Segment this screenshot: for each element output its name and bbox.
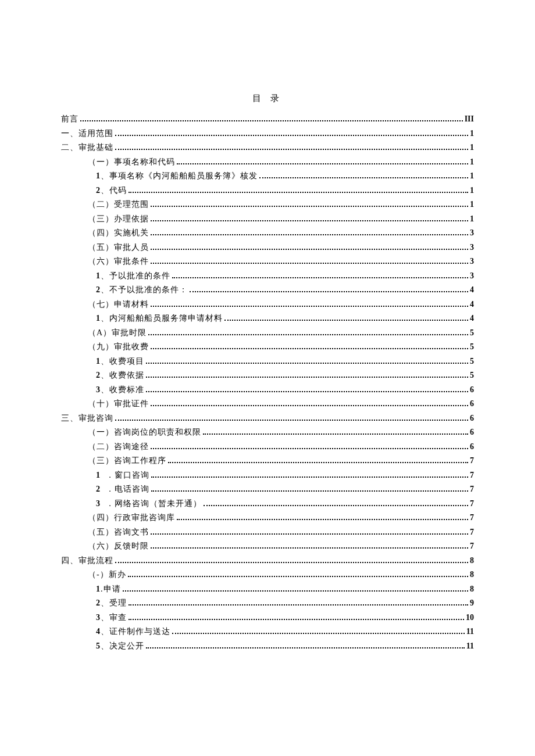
toc-entry: （六）审批条件3 [61, 255, 474, 269]
toc-leader-dots [151, 230, 468, 235]
toc-entry-label: 2、不予以批准的条件： [96, 283, 188, 298]
toc-entry-separator: 、 [101, 371, 109, 379]
toc-entry-separator: ． [106, 499, 115, 508]
toc-leader-dots [151, 443, 468, 449]
toc-entry-label: 四、审批流程 [61, 554, 113, 568]
toc-entry-label: （四）行政审批咨询库 [88, 511, 175, 525]
toc-entry: （二）受理范围1 [61, 198, 474, 212]
toc-entry: 1、事项名称《内河船舶船员服务簿》核发1 [61, 169, 474, 184]
toc-entry: 2、不予以批准的条件：4 [61, 283, 474, 298]
toc-leader-dots [151, 215, 468, 221]
toc-entry-text: 内河船舶船员服务簿申请材料 [109, 314, 223, 323]
toc-entry: （-）新办8 [61, 568, 474, 582]
document-page: 目 录 前言III一、适用范围1二、审批基础1（一）事项名称和代码11、事项名称… [0, 0, 535, 756]
toc-entry: （二）咨询途径6 [61, 440, 474, 454]
toc-entry-separator: 、 [101, 285, 109, 294]
toc-entry-page: 4 [470, 283, 474, 298]
toc-leader-dots [129, 614, 464, 619]
toc-leader-dots [128, 571, 468, 577]
toc-entry-page: 7 [470, 511, 474, 525]
toc-entry-label: 一、适用范围 [61, 127, 113, 141]
toc-entry-label: 2 ．电话咨询 [96, 482, 149, 497]
toc-leader-dots [123, 585, 469, 591]
toc-entry-page: 1 [470, 155, 474, 170]
toc-entry-page: 6 [470, 411, 474, 426]
toc-entry-separator: ． [106, 471, 115, 479]
toc-entry-label: （二）咨询途径 [88, 440, 149, 454]
toc-entry-label: （五）咨询文书 [88, 525, 149, 540]
toc-entry-label: 2、受理 [96, 596, 127, 611]
toc-entry-label: 2、收费依据 [96, 368, 144, 383]
toc-entry-label: 3、审查 [96, 611, 127, 625]
toc-entry-separator: ． [106, 485, 115, 493]
toc-entry-text: 申请 [104, 585, 121, 593]
toc-entry-number: 3 [96, 613, 101, 622]
toc-entry-page: 8 [470, 554, 474, 568]
toc-entry: 3、审查10 [61, 611, 474, 625]
toc-entry: （五）审批人员3 [61, 241, 474, 255]
toc-entry: 3 ．网络咨询（暂未开通）7 [61, 497, 474, 511]
toc-entry-page: 8 [470, 582, 474, 597]
toc-leader-dots [151, 201, 468, 207]
toc-entry-number: 2 [96, 285, 101, 294]
toc-leader-dots [172, 628, 465, 634]
toc-entry: 1、收费项目5 [61, 354, 474, 369]
toc-entry-number: 3 [96, 499, 101, 508]
toc-entry-page: 5 [470, 368, 474, 383]
toc-leader-dots [151, 343, 468, 349]
toc-leader-dots [146, 357, 468, 363]
toc-entry: 2、代码1 [61, 184, 474, 198]
toc-entry-page: 7 [470, 468, 474, 483]
toc-entry-page: 7 [470, 525, 474, 540]
toc-entry-page: 1 [470, 127, 474, 141]
toc-leader-dots [259, 173, 468, 178]
toc-leader-dots [146, 642, 465, 648]
toc-entry-label: （六）反馈时限 [88, 539, 149, 554]
toc-leader-dots [151, 400, 468, 406]
toc-leader-dots [80, 116, 463, 121]
toc-entry: 一、适用范围1 [61, 127, 474, 141]
toc-leader-dots [151, 300, 468, 306]
toc-leader-dots [151, 528, 468, 534]
toc-entry-label: 4、证件制作与送达 [96, 625, 170, 639]
toc-entry-label: 3 ．网络咨询（暂未开通） [96, 497, 202, 511]
toc-entry: （三）办理依据1 [61, 212, 474, 227]
toc-leader-dots [172, 272, 468, 278]
toc-entry: （四）实施机关3 [61, 226, 474, 241]
toc-entry-number: 2 [96, 186, 101, 195]
toc-entry-page: 3 [470, 269, 474, 284]
toc-entry-page: III [465, 112, 474, 127]
toc-entry-separator: 、 [101, 314, 109, 323]
toc-entry-text: 代码 [109, 186, 127, 195]
toc-entry-number: 2 [96, 485, 101, 493]
toc-entry: 1、内河船舶船员服务簿申请材料4 [61, 311, 474, 326]
toc-entry-text: 不予以批准的条件： [109, 285, 188, 294]
toc-entry-page: 6 [470, 383, 474, 397]
toc-entry-label: 1、事项名称《内河船舶船员服务簿》核发 [96, 169, 258, 184]
toc-entry-number: 2 [96, 371, 101, 379]
toc-entry-separator: 、 [101, 385, 109, 394]
toc-entry-number: 3 [96, 385, 101, 394]
toc-entry-page: 7 [470, 482, 474, 497]
toc-entry-label: （六）审批条件 [88, 255, 149, 269]
toc-entry-text: 证件制作与送达 [109, 627, 170, 636]
toc-leader-dots [148, 329, 468, 335]
toc-entry-number: 4 [96, 627, 101, 636]
toc-entry-label: （三）办理依据 [88, 212, 149, 227]
toc-list: 前言III一、适用范围1二、审批基础1（一）事项名称和代码11、事项名称《内河船… [61, 112, 474, 653]
toc-leader-dots [204, 500, 468, 506]
toc-entry-label: 2、代码 [96, 184, 127, 198]
toc-entry-separator: 、 [101, 599, 109, 607]
toc-entry-label: （一）事项名称和代码 [88, 155, 175, 170]
toc-entry-label: （七）申请材料 [88, 298, 149, 312]
toc-entry-label: 1.申请 [96, 582, 121, 597]
toc-entry-label: 1 ．窗口咨询 [96, 468, 149, 483]
toc-entry: 1.申请8 [61, 582, 474, 597]
toc-entry-text: 网络咨询（暂未开通） [115, 499, 202, 508]
toc-entry-number: 2 [96, 599, 101, 607]
toc-entry: （一）咨询岗位的职责和权限6 [61, 425, 474, 440]
toc-entry: 5、决定公开11 [61, 639, 474, 654]
toc-entry-number: 1 [96, 271, 101, 280]
toc-entry-text: 予以批准的条件 [109, 271, 170, 280]
toc-entry: 2 ．电话咨询7 [61, 482, 474, 497]
